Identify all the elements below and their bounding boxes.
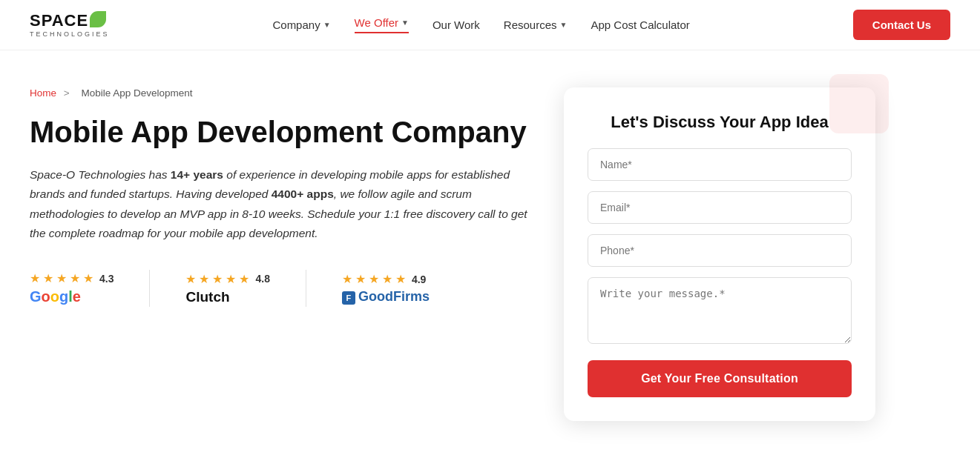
name-input[interactable] (588, 148, 852, 181)
star-3: ★ (56, 271, 67, 285)
nav-item-resources[interactable]: Resources ▼ (504, 19, 568, 31)
hero-section: Home > Mobile App Development Mobile App… (30, 87, 534, 421)
email-input[interactable] (588, 191, 852, 224)
star-half: ★ (395, 272, 406, 286)
star-3: ★ (212, 272, 223, 286)
star-1: ★ (30, 271, 40, 285)
star-4: ★ (382, 272, 392, 286)
header: SPACE TECHNOLOGIES Company ▼ We Offer ▼ … (0, 0, 980, 50)
clutch-stars: ★ ★ ★ ★ ★ 4.8 (185, 272, 269, 286)
contact-us-button[interactable]: Contact Us (853, 10, 950, 40)
rating-clutch: ★ ★ ★ ★ ★ 4.8 Clutch (185, 272, 269, 305)
nav-item-we-offer[interactable]: We Offer ▼ (355, 16, 409, 33)
goodfirms-stars: ★ ★ ★ ★ ★ 4.9 (342, 272, 430, 286)
logo-leaf-icon (90, 11, 106, 27)
ratings-section: ★ ★ ★ ★ ★ 4.3 Google ★ ★ (30, 270, 534, 307)
phone-input[interactable] (588, 234, 852, 267)
form-section: Let's Discuss Your App Idea Get Your Fre… (564, 87, 875, 421)
star-2: ★ (43, 271, 53, 285)
clutch-brand: Clutch (185, 289, 269, 305)
chevron-down-icon: ▼ (323, 21, 331, 29)
logo-sub: TECHNOLOGIES (30, 30, 110, 38)
rating-goodfirms: ★ ★ ★ ★ ★ 4.9 FGoodFirms (342, 272, 430, 305)
breadcrumb-home[interactable]: Home (30, 87, 56, 99)
breadcrumb-separator: > (64, 87, 70, 99)
google-stars: ★ ★ ★ ★ ★ 4.3 (30, 271, 114, 285)
divider-2 (306, 270, 306, 307)
star-4: ★ (226, 272, 236, 286)
star-half: ★ (83, 271, 93, 285)
star-2: ★ (199, 272, 209, 286)
breadcrumb: Home > Mobile App Development (30, 87, 534, 99)
star-3: ★ (369, 272, 379, 286)
breadcrumb-current: Mobile App Development (81, 87, 192, 99)
star-2: ★ (355, 272, 366, 286)
google-brand: Google (30, 288, 114, 305)
logo[interactable]: SPACE TECHNOLOGIES (30, 13, 110, 38)
divider-1 (149, 270, 150, 307)
form-card: Let's Discuss Your App Idea Get Your Fre… (564, 87, 875, 421)
star-1: ★ (342, 272, 352, 286)
goodfirms-brand: FGoodFirms (342, 289, 430, 305)
nav-item-our-work[interactable]: Our Work (433, 19, 480, 31)
star-4: ★ (70, 271, 80, 285)
main-content: Home > Mobile App Development Mobile App… (0, 50, 980, 451)
star-1: ★ (185, 272, 196, 286)
nav-item-company[interactable]: Company ▼ (272, 19, 330, 31)
star-half: ★ (239, 272, 249, 286)
message-input[interactable] (588, 277, 852, 344)
nav-item-app-cost[interactable]: App Cost Calculator (591, 19, 689, 31)
submit-button[interactable]: Get Your Free Consultation (588, 360, 852, 397)
goodfirms-icon: F (342, 291, 355, 305)
form-title: Let's Discuss Your App Idea (588, 113, 852, 132)
main-nav: Company ▼ We Offer ▼ Our Work Resources … (272, 16, 689, 33)
page-title: Mobile App Development Company (30, 115, 534, 149)
logo-name: SPACE (30, 13, 88, 29)
hero-description: Space-O Technologies has 14+ years of ex… (30, 165, 534, 243)
chevron-down-icon: ▼ (401, 19, 409, 27)
chevron-down-icon: ▼ (560, 21, 568, 29)
rating-google: ★ ★ ★ ★ ★ 4.3 Google (30, 271, 114, 305)
